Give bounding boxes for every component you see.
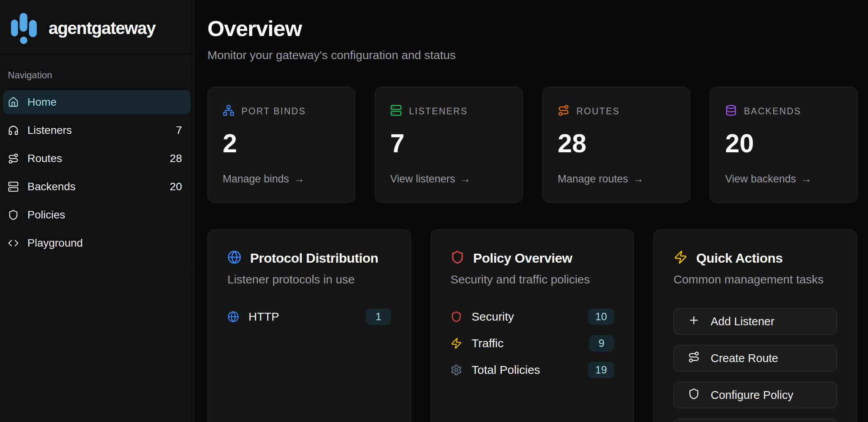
policy-label: Traffic bbox=[472, 337, 504, 350]
stat-value: 20 bbox=[725, 130, 843, 156]
configure-policy-button[interactable]: Configure Policy bbox=[674, 382, 837, 408]
stat-label: BACKENDS bbox=[744, 106, 801, 117]
stat-link-label: View backends bbox=[725, 173, 796, 185]
page-header: Overview Monitor your gateway's configur… bbox=[207, 16, 868, 62]
add-listener-button[interactable]: Add Listener bbox=[674, 308, 837, 335]
stat-value: 7 bbox=[390, 130, 508, 156]
policy-row-traffic: Traffic 9 bbox=[450, 335, 614, 352]
protocol-distribution-panel: Protocol Distribution Listener protocols… bbox=[207, 229, 411, 422]
agentgateway-logo-icon bbox=[11, 13, 38, 44]
quick-actions-list: Add Listener Create Route bbox=[674, 308, 837, 422]
stat-card-backends: BACKENDS 20 View backends → bbox=[710, 87, 858, 203]
count-badge: 19 bbox=[588, 362, 614, 378]
sidebar-item-routes[interactable]: Routes 28 bbox=[3, 146, 191, 171]
quick-action-label: Create Route bbox=[711, 352, 778, 365]
view-listeners-link[interactable]: View listeners → bbox=[390, 173, 508, 185]
sidebar-item-label: Listeners bbox=[27, 124, 72, 137]
policy-overview-panel: Policy Overview Security and traffic pol… bbox=[430, 229, 634, 422]
policy-row-total: Total Policies 19 bbox=[450, 361, 614, 379]
sidebar-item-count: 7 bbox=[176, 124, 182, 137]
stat-label: ROUTES bbox=[576, 106, 620, 117]
protocol-row-http: HTTP 1 bbox=[227, 308, 391, 325]
sidebar-item-label: Routes bbox=[27, 152, 62, 165]
stat-card-header: LISTENERS bbox=[390, 105, 508, 118]
sidebar-item-backends[interactable]: Backends 20 bbox=[3, 175, 191, 199]
panel-header: Protocol Distribution bbox=[227, 250, 391, 266]
server-icon bbox=[8, 181, 19, 192]
stat-link-label: Manage binds bbox=[223, 173, 289, 185]
shield-icon bbox=[8, 209, 19, 220]
count-badge: 9 bbox=[589, 335, 614, 352]
headphones-icon bbox=[8, 125, 19, 136]
zap-icon bbox=[450, 337, 462, 349]
sidebar-nav: Navigation Home Listeners bbox=[0, 56, 194, 271]
count-badge: 1 bbox=[366, 308, 391, 325]
arrow-right-icon: → bbox=[633, 173, 643, 185]
quick-action-label: Configure Policy bbox=[711, 389, 793, 402]
manage-routes-link[interactable]: Manage routes → bbox=[558, 173, 675, 185]
policy-list: Security 10 Traffic 9 bbox=[450, 308, 614, 379]
app-logo: agentgateway bbox=[0, 0, 194, 56]
arrow-right-icon: → bbox=[801, 173, 811, 185]
sidebar-item-label: Policies bbox=[27, 209, 65, 221]
sidebar-item-policies[interactable]: Policies bbox=[3, 203, 191, 227]
panel-title: Quick Actions bbox=[696, 251, 783, 266]
zap-icon bbox=[674, 250, 688, 266]
protocol-label: HTTP bbox=[249, 310, 279, 323]
quick-actions-panel: Quick Actions Common management tasks Ad… bbox=[654, 229, 857, 422]
page-title: Overview bbox=[207, 16, 868, 41]
app-title: agentgateway bbox=[49, 18, 155, 38]
manage-binds-link[interactable]: Manage binds → bbox=[223, 173, 340, 185]
panel-subtitle: Security and traffic policies bbox=[450, 273, 614, 286]
policy-label: Total Policies bbox=[472, 363, 540, 377]
stat-card-header: ROUTES bbox=[558, 105, 675, 118]
panel-header: Quick Actions bbox=[674, 250, 837, 266]
page-subtitle: Monitor your gateway's configuration and… bbox=[207, 49, 868, 62]
stat-card-port-binds: PORT BINDS 2 Manage binds → bbox=[207, 87, 355, 203]
stat-link-label: Manage routes bbox=[558, 173, 628, 185]
sidebar-item-listeners[interactable]: Listeners 7 bbox=[3, 118, 191, 142]
shield-icon bbox=[688, 388, 700, 402]
sidebar-item-home[interactable]: Home bbox=[3, 90, 191, 114]
database-icon bbox=[725, 105, 737, 118]
stat-value: 2 bbox=[223, 130, 340, 156]
count-badge: 10 bbox=[588, 308, 614, 325]
panel-title: Policy Overview bbox=[473, 251, 572, 266]
panel-subtitle: Common management tasks bbox=[674, 273, 837, 286]
main-content: Overview Monitor your gateway's configur… bbox=[194, 0, 868, 422]
sidebar-item-playground[interactable]: Playground bbox=[3, 231, 191, 255]
quick-action-label: Add Listener bbox=[711, 315, 774, 328]
quick-action-button-partial[interactable] bbox=[674, 418, 837, 422]
shield-icon bbox=[450, 250, 465, 266]
server-icon bbox=[390, 105, 402, 118]
sidebar-item-label: Home bbox=[27, 96, 57, 108]
network-icon bbox=[223, 105, 234, 118]
sidebar-item-label: Backends bbox=[27, 180, 76, 193]
nav-section-label: Navigation bbox=[3, 70, 191, 81]
stat-card-routes: ROUTES 28 Manage routes → bbox=[542, 87, 690, 203]
globe-icon bbox=[227, 250, 241, 266]
code-icon bbox=[8, 238, 19, 249]
globe-icon bbox=[227, 311, 239, 323]
route-icon bbox=[8, 153, 19, 164]
panel-subtitle: Listener protocols in use bbox=[227, 273, 391, 286]
policy-row-security: Security 10 bbox=[450, 308, 614, 325]
sidebar-item-count: 28 bbox=[170, 152, 182, 165]
stat-label: PORT BINDS bbox=[241, 106, 306, 117]
panel-title: Protocol Distribution bbox=[250, 251, 378, 266]
shield-icon bbox=[450, 311, 462, 323]
stat-card-header: PORT BINDS bbox=[223, 105, 340, 118]
arrow-right-icon: → bbox=[294, 173, 304, 185]
stats-row: PORT BINDS 2 Manage binds → bbox=[207, 87, 858, 203]
policy-label: Security bbox=[472, 310, 514, 323]
panel-header: Policy Overview bbox=[450, 250, 614, 266]
panels-row: Protocol Distribution Listener protocols… bbox=[207, 229, 857, 422]
stat-card-header: BACKENDS bbox=[725, 105, 843, 118]
route-icon bbox=[558, 105, 569, 118]
app-screen: agentgateway Navigation Home bbox=[0, 0, 868, 422]
create-route-button[interactable]: Create Route bbox=[674, 345, 837, 372]
plus-icon bbox=[688, 314, 700, 329]
gear-icon bbox=[450, 364, 462, 376]
view-backends-link[interactable]: View backends → bbox=[725, 173, 843, 185]
protocol-list: HTTP 1 bbox=[227, 308, 391, 325]
